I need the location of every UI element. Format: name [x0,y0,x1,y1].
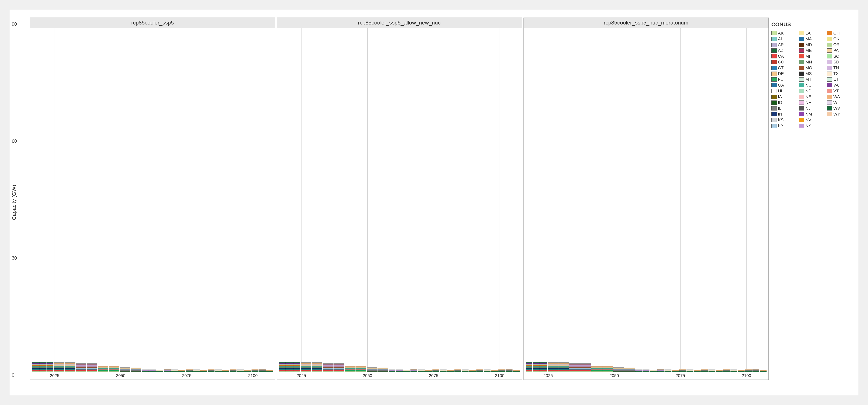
bar-stack [237,370,244,372]
plot-panel-2: rcp85cooler_ssp5_allow_new_nuc 2025 2050… [277,18,522,380]
legend-label-OK: OK [833,36,839,41]
legend-swatch-SD [827,60,832,64]
bar-stack [345,366,355,372]
bar-stack [120,367,130,372]
legend-label-WY: WY [833,112,840,117]
bar-stack [377,368,388,372]
legend-swatch-MA [799,37,804,41]
legend-swatch-PA [827,49,832,53]
legend-swatch-VA [827,83,832,87]
x-tick: 2075 [676,373,685,378]
legend-item-IL: IL [771,106,797,111]
legend-item-MO: MO [799,65,825,70]
legend-item-CO: CO [771,60,797,65]
legend-label-TX: TX [833,71,839,76]
bar-stack [410,369,417,372]
legend-label-TN: TN [833,65,839,70]
bar-stack [498,369,505,372]
bar-stack [244,370,251,372]
bar-stack [602,366,613,372]
legend-label-MT: MT [805,77,811,82]
legend-area: CONUS AKALARAZCACOCTDEFLGAHIIAIDILINKSKY… [769,18,854,380]
bar-stack [178,370,185,372]
bar-stack [334,363,344,372]
legend-swatch-VT [827,89,832,93]
legend-item-NV: NV [799,118,825,122]
bar-stack [131,368,141,372]
legend-swatch-MI [799,54,804,58]
legend-swatch-IA [771,95,777,99]
x-tick: 2100 [742,373,751,378]
legend-swatch-FL [771,77,777,82]
bar-stack [46,362,54,372]
bar-group [636,370,657,372]
bar-stack [193,370,200,372]
bar-stack [65,362,75,372]
bar-group [345,366,366,372]
x-axis-3: 2025 2050 2075 2100 [524,372,769,379]
legend-label-ND: ND [805,89,811,94]
bar-group [301,362,322,372]
bar-stack [293,362,300,372]
bar-stack [476,369,484,372]
legend-label-OR: OR [833,42,840,47]
bar-stack [266,370,273,372]
legend-swatch-WY [827,112,832,116]
bar-stack [760,370,767,372]
legend-label-NE: NE [805,94,811,99]
legend-label-CT: CT [778,65,783,70]
legend-swatch-MO [799,66,804,70]
bar-stack [505,369,513,372]
legend-swatch-GA [771,83,777,87]
bar-stack [513,370,520,372]
bar-group [367,367,388,372]
legend-label-AR: AR [778,42,784,47]
bar-stack [540,362,547,372]
bar-stack [54,362,64,372]
bar-group [745,369,767,372]
legend-item-AL: AL [771,36,797,41]
legend-swatch-NH [799,100,804,105]
legend-label-IA: IA [778,94,782,99]
y-axis-label: Capacity (GW) [11,185,17,220]
legend-swatch-NY [799,124,804,128]
legend-swatch-UT [827,77,832,82]
bar-group [76,363,97,372]
bar-stack [389,370,396,372]
legend-label-NH: NH [805,100,811,105]
plots-area: rcp85cooler_ssp5 2025 2050 2075 2100 [29,18,769,380]
legend-swatch-WV [827,106,832,111]
bar-group [657,369,679,372]
legend-swatch-CT [771,66,777,70]
bar-stack [98,366,108,372]
bar-group [591,366,613,372]
bar-stack [455,369,461,372]
legend-label-HI: HI [778,89,782,94]
legend-item-MT: MT [799,77,825,82]
legend-swatch-KY [771,124,777,128]
bar-stack [686,370,693,372]
bar-stack [694,370,701,372]
legend-label-KS: KS [778,118,783,122]
bar-stack [403,370,410,372]
bar-stack [526,362,533,372]
bar-group [120,367,141,372]
legend-item-NJ: NJ [799,106,825,111]
bar-stack [215,370,222,372]
legend-swatch-DE [771,71,777,76]
bar-stack [447,370,454,372]
bar-group [432,369,454,372]
bar-stack [355,366,366,372]
bar-stack [32,362,39,372]
legend-item-OH: OH [827,31,852,36]
bar-stack [484,370,491,372]
bar-group [410,369,432,372]
bar-stack [367,367,377,372]
legend-label-SC: SC [833,54,839,59]
legend-label-MA: MA [805,36,812,41]
bar-stack [701,369,708,372]
legend-label-ME: ME [805,48,812,53]
legend-label-CO: CO [778,60,784,65]
bar-group [389,370,410,372]
legend-label-OH: OH [833,31,840,36]
